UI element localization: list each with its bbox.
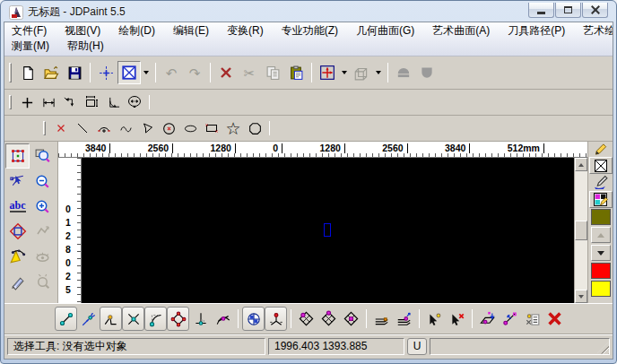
scroll-up-button[interactable] [575, 158, 587, 171]
select-mode-button[interactable] [117, 61, 141, 84]
menu-help[interactable]: 帮助(H) [65, 39, 106, 54]
vertical-scrollbar[interactable] [574, 158, 587, 303]
new-document-button[interactable] [16, 61, 39, 84]
draw-arc-button[interactable] [93, 118, 115, 138]
toolbar-grip[interactable] [9, 63, 12, 82]
text-tool-button[interactable]: abc [5, 194, 30, 219]
toolbar-grip[interactable] [43, 121, 46, 136]
intersection-snap-button[interactable] [122, 307, 144, 331]
draw-rectangle-button[interactable] [201, 118, 222, 138]
tangent-snap-button[interactable] [212, 307, 234, 331]
draw-spline-button[interactable] [115, 118, 136, 138]
no-color-button[interactable] [589, 157, 613, 174]
pen-style-button[interactable] [589, 142, 613, 157]
distance-measure-button[interactable] [38, 92, 59, 112]
point-measure-button[interactable] [16, 92, 38, 112]
point-list-button[interactable] [521, 307, 543, 331]
origin-crosshair-icon [99, 65, 114, 81]
menu-view[interactable]: 视图(V) [63, 23, 102, 39]
path-measure-button[interactable] [59, 92, 81, 112]
foot-snap-button[interactable] [189, 307, 212, 331]
delete-button[interactable] [214, 61, 238, 84]
menu-measure[interactable]: 测量(M) [10, 39, 51, 54]
vertex-snap-button[interactable] [100, 307, 122, 331]
surface-center-snap-button[interactable] [340, 307, 362, 331]
menu-bar: 文件(F) 视图(V) 绘制(D) 编辑(E) 变换(R) 专业功能(Z) 几何… [4, 22, 613, 56]
save-button[interactable] [63, 61, 86, 84]
quadrant-snap-button[interactable] [167, 307, 189, 331]
spline-icon [118, 122, 134, 135]
selection-rectangle[interactable] [324, 223, 331, 237]
menu-file[interactable]: 文件(F) [10, 23, 48, 39]
redo-icon: ↷ [189, 66, 201, 80]
view-3d-dropdown[interactable] [373, 62, 384, 83]
select-mode-dropdown[interactable] [141, 62, 152, 83]
drawing-canvas[interactable] [82, 158, 574, 303]
draw-circle-button[interactable] [158, 118, 179, 138]
coordinate-axes-button[interactable] [316, 61, 339, 84]
pick-line-button[interactable] [499, 307, 521, 331]
angle-measure-button[interactable] [102, 92, 124, 112]
layer-pick-snap-button[interactable] [393, 307, 415, 331]
menu-toolpath[interactable]: 刀具路径(P) [506, 23, 567, 39]
color-down-button[interactable] [591, 245, 611, 261]
zoom-in-button[interactable] [30, 194, 55, 219]
node-edit-tool-button[interactable] [5, 169, 30, 194]
draw-polyline-button[interactable] [136, 118, 158, 138]
paste-button[interactable] [284, 61, 308, 84]
trim-tool-button[interactable] [5, 244, 30, 269]
draw-line-button[interactable] [72, 118, 93, 138]
offset-shape-tool-button[interactable] [5, 219, 30, 244]
menu-draw[interactable]: 绘制(D) [117, 23, 157, 39]
menu-transform[interactable]: 变换(R) [225, 23, 265, 39]
scrollbar-thumb[interactable] [575, 221, 587, 240]
scrollbar-track[interactable] [575, 171, 587, 290]
clear-all-button[interactable] [543, 307, 566, 331]
menu-art-draw[interactable]: 艺术绘制(Y) [581, 23, 613, 39]
arc-center-snap-button[interactable] [144, 307, 167, 331]
coordinate-axes-icon [319, 65, 335, 81]
unit-toggle-button[interactable]: U [407, 338, 427, 355]
select-tool-button[interactable] [5, 143, 30, 169]
red-color-swatch[interactable] [591, 263, 611, 279]
menu-geometric-surface[interactable]: 几何曲面(G) [354, 23, 416, 39]
resize-grip[interactable] [597, 342, 609, 354]
minimize-button[interactable] [528, 3, 554, 18]
draw-point-button[interactable] [50, 118, 72, 138]
coordinate-axes-dropdown[interactable] [339, 62, 350, 83]
origin-crosshair-button[interactable] [94, 61, 117, 84]
tool-palette: abc [4, 142, 58, 303]
zoom-window-button[interactable] [30, 143, 55, 169]
layer-point-snap-button[interactable] [370, 307, 393, 331]
yellow-color-swatch[interactable] [591, 281, 611, 297]
palette-edit-button[interactable] [589, 191, 613, 208]
cancel-pick-button[interactable] [446, 307, 468, 331]
surface-edge-snap-button[interactable] [317, 307, 340, 331]
draw-polygon-button[interactable] [244, 118, 265, 138]
ink-pen-button[interactable] [589, 174, 613, 191]
eraser-tool-button[interactable] [5, 269, 30, 294]
pick-point-button[interactable] [423, 307, 446, 331]
grid-snap-button[interactable] [242, 307, 265, 331]
axis-snap-button[interactable] [265, 307, 287, 331]
scroll-down-button[interactable] [575, 290, 587, 303]
circle-measure-button[interactable] [124, 92, 145, 112]
maximize-button[interactable] [555, 3, 581, 18]
surface-vertex-snap-button[interactable] [295, 307, 317, 331]
open-file-button[interactable] [39, 61, 63, 84]
menu-edit[interactable]: 编辑(E) [171, 23, 211, 39]
nearest-snap-button[interactable] [77, 307, 100, 331]
menu-pro-functions[interactable]: 专业功能(Z) [280, 23, 340, 39]
close-button[interactable] [582, 3, 608, 18]
endpoint-snap-button[interactable] [55, 307, 77, 331]
size-measure-button[interactable] [81, 92, 102, 112]
draw-ellipse-button[interactable] [179, 118, 201, 138]
current-color-swatch[interactable] [591, 209, 611, 225]
menu-art-surface[interactable]: 艺术曲面(A) [430, 23, 491, 39]
zoom-out-button[interactable] [30, 169, 55, 194]
layer-pick-snap-icon [395, 311, 413, 327]
status-bar: 选择工具: 没有选中对象 1996.403 1393.885 U [4, 334, 613, 357]
draw-star-button[interactable]: ☆ [222, 118, 244, 138]
toolbar-grip[interactable] [9, 95, 12, 110]
project-point-button[interactable] [476, 307, 499, 331]
